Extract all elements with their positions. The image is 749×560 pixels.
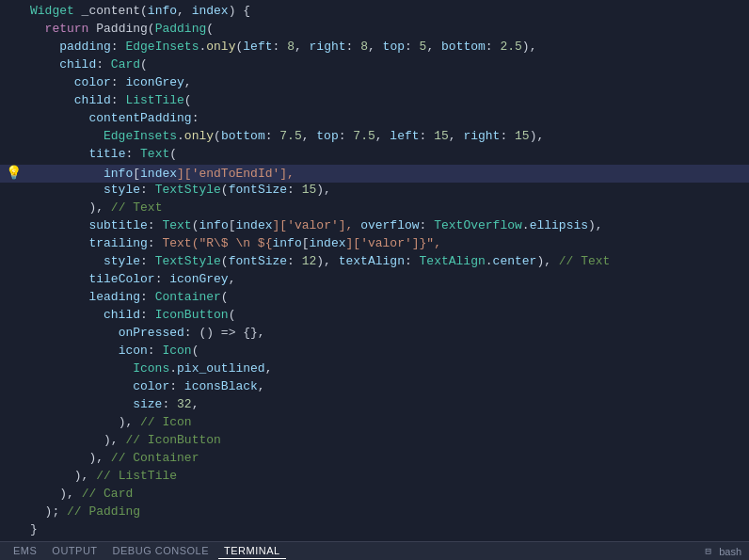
token: ),	[88, 200, 104, 215]
line-content: info[index]['endToEndId'],	[26, 167, 749, 181]
token: :	[111, 93, 126, 107]
token: Text	[140, 147, 169, 161]
bottom-tab-ems[interactable]: EMS	[8, 543, 42, 559]
line-content: Widget _content(info, index) {	[26, 4, 749, 18]
code-line: EdgeInsets.only(bottom: 7.5, top: 7.5, l…	[0, 129, 749, 147]
line-gutter	[0, 57, 26, 72]
token: iconGrey	[125, 75, 183, 89]
token: (	[214, 129, 221, 143]
line-content: subtitle: Text(info[index]['valor'], ove…	[26, 218, 749, 232]
token: ,	[177, 4, 192, 18]
line-content: Icons.pix_outlined,	[26, 361, 749, 376]
token: // IconButton	[119, 433, 221, 447]
token: [	[302, 236, 310, 250]
token: ),	[74, 469, 89, 483]
token: ,	[265, 361, 273, 376]
token: ) {	[229, 4, 250, 18]
token: size	[133, 397, 162, 411]
line-content: child: Card(	[26, 57, 749, 72]
code-line: color: iconsBlack,	[0, 379, 749, 397]
token: ,	[184, 75, 192, 89]
token: _content(	[74, 4, 148, 18]
token: ,	[258, 379, 265, 393]
line-content: color: iconGrey,	[26, 75, 749, 89]
token: ),	[530, 129, 545, 143]
line-content: }	[26, 522, 749, 536]
token: :	[125, 147, 140, 161]
token: textAlign	[339, 254, 405, 268]
token	[30, 272, 88, 286]
line-content: size: 32,	[26, 397, 749, 411]
token: :	[140, 290, 155, 304]
token: right	[463, 129, 500, 143]
token: ]['valor']}",	[346, 236, 441, 250]
token	[30, 469, 74, 483]
code-line: style: TextStyle(fontSize: 12), textAlig…	[0, 254, 749, 272]
token: index	[192, 4, 229, 18]
line-gutter	[0, 326, 26, 340]
bottom-tab-terminal[interactable]: TERMINAL	[218, 543, 286, 559]
token	[30, 487, 59, 501]
token: child	[74, 93, 111, 107]
token	[30, 326, 119, 340]
line-gutter	[0, 93, 26, 107]
bottom-tab-output[interactable]: OUTPUT	[46, 543, 103, 559]
token	[30, 308, 104, 322]
token: ,	[295, 40, 310, 54]
bottom-tab-debug-console[interactable]: DEBUG CONSOLE	[107, 543, 215, 559]
code-editor: Widget _content(info, index) { return Pa…	[0, 0, 749, 541]
line-content: contentPadding:	[26, 111, 749, 125]
line-gutter	[0, 308, 26, 322]
token: Widget	[30, 4, 74, 18]
line-gutter	[0, 361, 26, 376]
token: :	[420, 129, 435, 143]
token: );	[45, 504, 60, 519]
token: 12	[302, 254, 317, 268]
token: TextOverflow	[434, 218, 522, 232]
line-gutter	[0, 200, 26, 215]
line-gutter	[0, 75, 26, 89]
token: title	[88, 147, 125, 161]
line-content: trailing: Text("R\$ \n ${info[index]['va…	[26, 236, 749, 250]
token: bottom	[441, 40, 486, 54]
token: :	[346, 40, 361, 54]
bottom-tabs: EMSOUTPUTDEBUG CONSOLETERMINAL	[8, 543, 286, 559]
token	[30, 397, 133, 411]
token: ]['valor'],	[273, 218, 361, 232]
token: 8	[360, 40, 368, 54]
token: :	[500, 129, 515, 143]
bash-label: bash	[719, 546, 741, 557]
token: pix_outlined	[177, 361, 265, 376]
token: subtitle	[88, 218, 147, 232]
token	[30, 93, 74, 107]
line-content: color: iconsBlack,	[26, 379, 749, 393]
token: ,	[368, 40, 383, 54]
line-content: onPressed: () => {},	[26, 326, 749, 340]
token: ),	[88, 451, 104, 465]
token: (	[169, 147, 177, 161]
token: :	[155, 272, 170, 286]
token	[30, 129, 104, 143]
code-line: trailing: Text("R\$ \n ${info[index]['va…	[0, 236, 749, 254]
token: ellipsis	[530, 218, 588, 232]
line-content: title: Text(	[26, 147, 749, 161]
token: }	[30, 522, 38, 536]
token: (	[221, 254, 229, 268]
token: center	[493, 254, 537, 268]
token	[30, 200, 88, 215]
code-line: return Padding(Padding(	[0, 22, 749, 40]
code-line: ), // IconButton	[0, 433, 749, 451]
token: :	[169, 379, 184, 393]
token: 32	[177, 397, 192, 411]
token: ,	[375, 129, 390, 143]
line-gutter	[0, 272, 26, 286]
bulb-icon: 💡	[6, 165, 22, 181]
line-content: return Padding(Padding(	[26, 22, 749, 36]
token: [	[133, 167, 140, 181]
token: style	[104, 254, 140, 268]
token	[30, 167, 104, 181]
token: EdgeInsets	[104, 129, 177, 143]
line-content: padding: EdgeInsets.only(left: 8, right:…	[26, 40, 749, 54]
code-line: child: ListTile(	[0, 93, 749, 111]
token: (	[229, 308, 236, 322]
